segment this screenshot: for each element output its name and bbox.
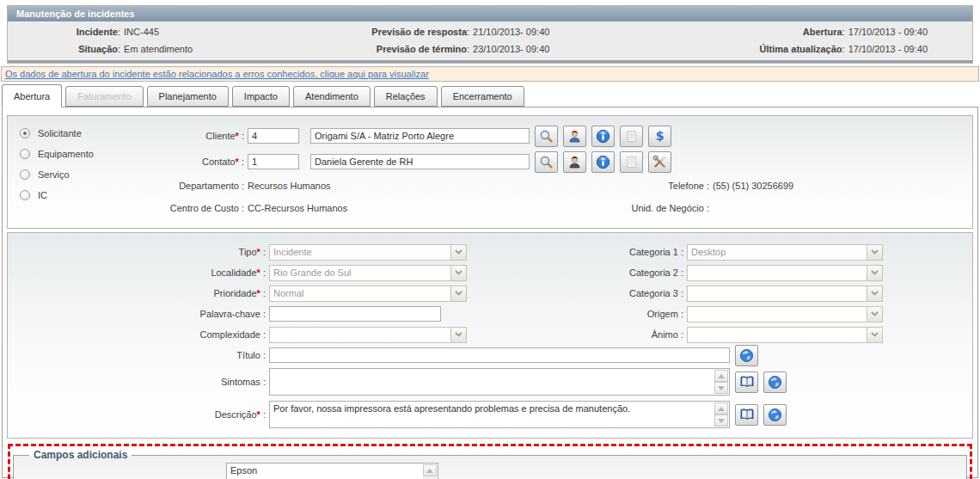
cliente-person-button[interactable] [563,126,586,147]
scroll-up-button[interactable] [423,464,437,476]
radio-ic[interactable]: IC [20,190,137,200]
animo-select[interactable] [687,327,883,343]
contato-info-button[interactable] [591,151,615,173]
descricao-globe-button[interactable] [763,404,787,426]
additional-fields-legend: Campos adicionais [29,449,132,461]
radio-button-icon[interactable] [20,149,30,159]
info-icon [596,155,610,169]
chevron-down-icon[interactable] [450,245,466,260]
categoria2-row: Categoria 2 : [490,262,972,283]
book-icon [739,408,755,421]
contato-name-input[interactable] [310,154,530,169]
chevron-down-icon[interactable] [450,328,466,342]
opened-at-label: Abertura [803,27,842,37]
sintomas-scrollbar[interactable] [714,370,728,394]
chevron-down-icon[interactable] [867,286,882,301]
marca-impressora-textarea-wrap: Epson [226,463,438,479]
tipo-row: Tipo* : Incidente [8,242,490,262]
localidade-select[interactable]: Rio Grande do Sul [269,265,467,281]
cliente-search-button[interactable] [535,126,558,147]
titulo-input[interactable] [269,347,730,363]
radio-button-icon[interactable] [20,128,30,138]
cliente-report-button[interactable] [620,126,643,147]
known-errors-notice: Os dados de abertura do incidente estão … [1,66,979,82]
requester-type-group: Solicitante Equipamento Serviço IC [8,125,137,218]
scroll-down-button[interactable] [714,382,728,394]
triangle-up-icon [718,374,725,378]
cliente-name-input[interactable] [310,128,530,144]
contato-search-button[interactable] [535,151,558,173]
cliente-financial-button[interactable]: $ [648,126,671,147]
incident-id-label: Incidente [8,27,118,37]
chevron-down-icon[interactable] [450,286,466,301]
person-icon [567,155,582,169]
response-forecast-label: Previsão de resposta [329,27,467,37]
marca-impressora-textarea[interactable]: Epson [227,464,438,479]
requester-section: Solicitante Equipamento Serviço IC [7,115,973,229]
tab-faturamento[interactable]: Faturamento [65,86,143,107]
person-icon [567,129,582,144]
telefone-label: Telefone : [563,181,709,191]
contato-report-button[interactable] [620,151,643,173]
scroll-up-button[interactable] [714,370,728,382]
additional-fields-highlight: Campos adicionais Marca da impressora : … [8,444,972,479]
marca-impressora-row: Marca da impressora : Epson [21,463,959,479]
categoria2-select[interactable] [687,265,883,281]
tab-planejamento[interactable]: Planejamento [147,86,229,107]
chevron-down-icon[interactable] [867,307,882,322]
departamento-value: Recursos Humanos [248,181,563,191]
titulo-globe-button[interactable] [735,345,758,366]
chevron-down-icon[interactable] [450,266,466,280]
descricao-textarea-wrap: Por favor, nossa impressora está apresen… [269,401,730,428]
tab-impacto[interactable]: Impacto [232,86,290,107]
chevron-down-icon[interactable] [867,245,882,260]
tab-atendimento[interactable]: Atendimento [293,86,371,107]
categoria3-label: Categoria 3 : [490,288,683,298]
descricao-book-button[interactable] [735,404,758,426]
tab-encerramento[interactable]: Encerramento [441,86,524,107]
scroll-down-button[interactable] [714,415,728,427]
tab-abertura[interactable]: Abertura [2,84,62,107]
sintomas-textarea-wrap [269,368,730,396]
descricao-textarea[interactable]: Por favor, nossa impressora está apresen… [270,402,729,427]
contato-person-button[interactable] [563,151,586,173]
radio-equipamento[interactable]: Equipamento [20,149,137,159]
sintomas-globe-button[interactable] [763,372,787,393]
incident-id-value: INC-445 [124,27,159,37]
radio-button-icon[interactable] [20,169,30,180]
chevron-down-icon[interactable] [867,328,882,342]
chevron-down-icon[interactable] [867,266,882,280]
last-update-label: Última atualização [760,44,842,54]
cliente-code-input[interactable] [248,128,299,144]
origem-select[interactable] [687,306,883,322]
descricao-label: Descrição* : [8,409,266,420]
categoria3-select[interactable] [687,286,883,302]
globe-icon [768,375,782,390]
cliente-info-button[interactable] [591,126,615,147]
known-errors-link[interactable]: Os dados de abertura do incidente estão … [5,69,429,79]
sintomas-row: Sintomas : [8,365,972,398]
categoria1-select[interactable]: Desktop [687,244,883,261]
radio-solicitante[interactable]: Solicitante [20,128,137,138]
scroll-up-button[interactable] [714,402,728,415]
radio-equipamento-label: Equipamento [38,149,94,159]
triangle-down-icon [718,386,725,390]
tipo-select[interactable]: Incidente [269,244,467,261]
contato-code-input[interactable] [248,154,299,169]
complexidade-label: Complexidade : [8,329,266,340]
complexidade-select[interactable] [269,327,467,343]
radio-button-icon[interactable] [20,190,30,200]
prioridade-select[interactable]: Normal [269,286,467,302]
marca-impressora-scrollbar[interactable] [423,464,437,479]
sintomas-textarea[interactable] [270,369,729,395]
radio-servico[interactable]: Serviço [20,169,137,180]
contato-tools-button[interactable] [648,151,671,173]
classification-section: Tipo* : Incidente Localidade* : Rio Gran… [7,232,973,439]
cliente-row: Cliente* : $ [137,125,972,147]
descricao-scrollbar[interactable] [714,402,728,427]
palavra-chave-input[interactable] [269,306,441,322]
tab-content-abertura: Solicitante Equipamento Serviço IC [2,107,978,478]
search-icon [539,129,554,144]
sintomas-book-button[interactable] [735,372,758,393]
tab-relacoes[interactable]: Relações [374,86,438,107]
